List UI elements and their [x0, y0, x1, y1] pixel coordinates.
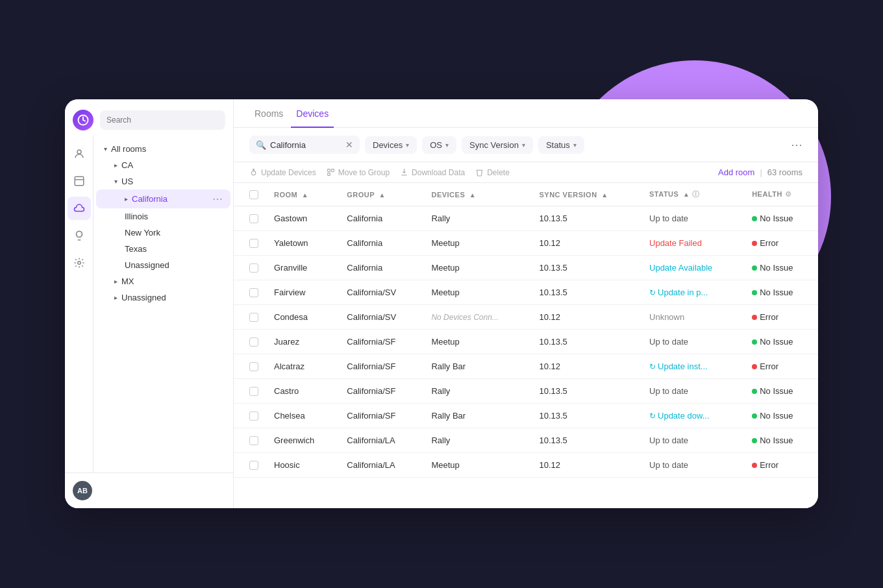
add-room-btn[interactable]: Add room	[718, 167, 754, 177]
cell-room: Fairview	[266, 280, 339, 305]
svg-point-0	[77, 150, 81, 154]
row-checkbox[interactable]	[249, 411, 258, 421]
sidebar-item-unassigned-us[interactable]: Unassigned	[96, 257, 230, 273]
us-label: US	[121, 177, 223, 186]
svg-rect-5	[327, 169, 330, 172]
cell-status: Unknown	[641, 305, 744, 330]
sidebar-item-mx[interactable]: ▸ MX	[96, 273, 230, 289]
row-checkbox[interactable]	[249, 263, 258, 273]
more-options-btn[interactable]: ⋯	[791, 138, 802, 152]
rooms-nav-icon[interactable]	[68, 142, 91, 165]
sidebar-item-allrooms[interactable]: ▾ All rooms	[96, 141, 230, 157]
sidebar-bottom: AB	[65, 472, 233, 508]
cell-status: Up to date	[641, 330, 744, 354]
cell-health: No Issue	[744, 206, 818, 231]
cell-room: Yaletown	[266, 231, 339, 256]
status-filter-btn[interactable]: Status ▾	[538, 136, 584, 154]
svg-rect-6	[331, 169, 334, 172]
cell-group: California/SV	[339, 280, 423, 305]
cell-health: No Issue	[744, 428, 818, 453]
row-checkbox[interactable]	[249, 436, 258, 445]
row-checkbox[interactable]	[249, 313, 258, 322]
row-checkbox[interactable]	[249, 214, 258, 223]
cell-devices: Rally Bar	[423, 354, 531, 379]
arrow-icon: ▸	[114, 162, 118, 169]
cell-health: No Issue	[744, 256, 818, 280]
devices-col-header[interactable]: DEVICES ▲	[423, 183, 531, 206]
cell-sync-version: 10.13.5	[531, 256, 641, 280]
sidebar-search-input[interactable]	[100, 110, 225, 130]
cell-health: No Issue	[744, 404, 818, 428]
rooms-count: 63 rooms	[767, 167, 802, 177]
row-checkbox[interactable]	[249, 461, 258, 470]
table-row: GreenwichCalifornia/LARally10.13.5Up to …	[234, 428, 818, 453]
cell-devices: No Devices Conn...	[423, 305, 531, 330]
sidebar-item-california[interactable]: ▸ California ⋯	[96, 190, 230, 208]
health-col-header[interactable]: HEALTH ⚙	[744, 183, 818, 206]
svg-rect-1	[75, 177, 84, 186]
row-checkbox[interactable]	[249, 362, 258, 371]
select-all-checkbox[interactable]	[249, 190, 258, 199]
cell-group: California/SF	[339, 330, 423, 354]
sidebar-item-texas[interactable]: Texas	[96, 241, 230, 257]
svg-point-4	[251, 171, 256, 175]
avatar[interactable]: AB	[73, 481, 92, 500]
devices-table: ROOM ▲ GROUP ▲ DEVICES ▲ SYNC VERSION ▲ …	[234, 183, 818, 478]
row-checkbox[interactable]	[249, 337, 258, 347]
tab-rooms[interactable]: Rooms	[249, 99, 288, 128]
more-icon[interactable]: ⋯	[212, 193, 223, 205]
table-row: GastownCaliforniaRally10.13.5Up to dateN…	[234, 206, 818, 231]
os-filter-btn[interactable]: OS ▾	[422, 136, 456, 154]
cell-health: No Issue	[744, 379, 818, 404]
gear-nav-icon[interactable]	[68, 251, 91, 275]
cell-health: No Issue	[744, 280, 818, 305]
search-icon: 🔍	[256, 140, 266, 150]
room-col-header[interactable]: ROOM ▲	[266, 183, 339, 206]
mx-label: MX	[121, 276, 223, 286]
row-checkbox[interactable]	[249, 288, 258, 297]
cell-group: California/SF	[339, 354, 423, 379]
cell-room: Greenwich	[266, 428, 339, 453]
search-filter: 🔍 ✕	[249, 136, 360, 154]
main-content: Rooms Devices 🔍 ✕ Devices ▾ OS ▾	[234, 99, 818, 508]
table-row: GranvilleCaliforniaMeetup10.13.5Update A…	[234, 256, 818, 280]
table-row: YaletownCaliforniaMeetup10.12Update Fail…	[234, 231, 818, 256]
book-nav-icon[interactable]	[68, 169, 91, 193]
arrow-icon: ▾	[114, 178, 118, 185]
chevron-down-icon: ▾	[406, 141, 409, 149]
table-row: HoosicCalifornia/LAMeetup10.12Up to date…	[234, 453, 818, 478]
syncversion-col-header[interactable]: SYNC VERSION ▲	[531, 183, 641, 206]
row-checkbox[interactable]	[249, 387, 258, 396]
chevron-down-icon: ▾	[445, 141, 449, 149]
cell-devices: Rally	[423, 206, 531, 231]
devices-filter-btn[interactable]: Devices ▾	[365, 136, 417, 154]
status-col-header[interactable]: STATUS ▲ ⓘ	[641, 183, 744, 206]
cell-room: Chelsea	[266, 404, 339, 428]
cell-health: Error	[744, 231, 818, 256]
sidebar-item-us[interactable]: ▾ US	[96, 173, 230, 190]
cell-group: California	[339, 256, 423, 280]
cell-sync-version: 10.13.5	[531, 330, 641, 354]
devices-filter-label: Devices	[373, 140, 403, 150]
main-card: ▾ All rooms ▸ CA ▾ US ▸ California ⋯	[65, 99, 818, 508]
tab-devices[interactable]: Devices	[291, 99, 334, 128]
bulb-nav-icon[interactable]	[68, 224, 91, 247]
arrow-icon: ▸	[114, 278, 118, 285]
delete-btn: Delete	[475, 168, 510, 177]
os-filter-label: OS	[430, 140, 442, 150]
cell-group: California/SV	[339, 305, 423, 330]
syncversion-filter-btn[interactable]: Sync Version ▾	[462, 136, 533, 154]
sidebar-item-illinois[interactable]: Illinois	[96, 208, 230, 225]
sidebar-item-unassigned[interactable]: ▸ Unassigned	[96, 289, 230, 306]
cell-sync-version: 10.13.5	[531, 280, 641, 305]
group-col-header[interactable]: GROUP ▲	[339, 183, 423, 206]
allrooms-label: All rooms	[111, 144, 223, 154]
search-input[interactable]	[270, 140, 342, 150]
sidebar-item-newyork[interactable]: New York	[96, 225, 230, 241]
cell-room: Condesa	[266, 305, 339, 330]
row-checkbox[interactable]	[249, 239, 258, 248]
cloud-nav-icon[interactable]	[68, 197, 91, 220]
sidebar-item-ca[interactable]: ▸ CA	[96, 157, 230, 173]
clear-icon[interactable]: ✕	[345, 140, 353, 150]
cell-sync-version: 10.12	[531, 453, 641, 478]
